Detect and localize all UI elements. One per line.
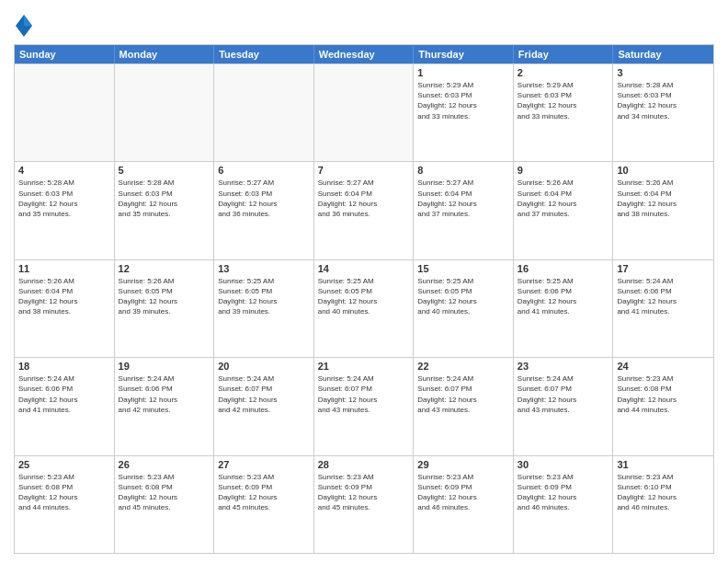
day-cell-22: 22Sunrise: 5:24 AM Sunset: 6:07 PM Dayli… [414,358,514,454]
day-info: Sunrise: 5:24 AM Sunset: 6:06 PM Dayligh… [617,276,710,317]
empty-cell [214,64,314,161]
day-info: Sunrise: 5:26 AM Sunset: 6:04 PM Dayligh… [518,178,609,219]
calendar: SundayMondayTuesdayWednesdayThursdayFrid… [14,44,714,554]
page: SundayMondayTuesdayWednesdayThursdayFrid… [0,0,728,563]
calendar-body: 1Sunrise: 5:29 AM Sunset: 6:03 PM Daylig… [15,63,713,553]
day-cell-2: 2Sunrise: 5:29 AM Sunset: 6:03 PM Daylig… [514,64,614,161]
day-cell-11: 11Sunrise: 5:26 AM Sunset: 6:04 PM Dayli… [15,260,115,357]
day-info: Sunrise: 5:23 AM Sunset: 6:08 PM Dayligh… [119,472,210,513]
day-cell-26: 26Sunrise: 5:23 AM Sunset: 6:08 PM Dayli… [115,456,215,553]
calendar-row-0: 1Sunrise: 5:29 AM Sunset: 6:03 PM Daylig… [15,63,713,161]
day-info: Sunrise: 5:23 AM Sunset: 6:08 PM Dayligh… [18,472,110,513]
day-info: Sunrise: 5:25 AM Sunset: 6:05 PM Dayligh… [417,276,509,317]
header-day-tuesday: Tuesday [214,45,314,63]
day-info: Sunrise: 5:27 AM Sunset: 6:04 PM Dayligh… [318,178,410,219]
logo [14,13,38,39]
day-cell-6: 6Sunrise: 5:27 AM Sunset: 6:03 PM Daylig… [214,162,314,259]
day-cell-13: 13Sunrise: 5:25 AM Sunset: 6:05 PM Dayli… [214,260,314,357]
day-number: 27 [218,459,310,470]
day-number: 13 [218,263,310,274]
day-info: Sunrise: 5:26 AM Sunset: 6:04 PM Dayligh… [18,276,110,317]
day-cell-20: 20Sunrise: 5:24 AM Sunset: 6:07 PM Dayli… [214,358,314,454]
day-number: 28 [318,459,410,470]
day-number: 21 [318,361,410,372]
calendar-row-3: 18Sunrise: 5:24 AM Sunset: 6:06 PM Dayli… [15,357,713,454]
day-number: 1 [417,67,509,78]
day-info: Sunrise: 5:24 AM Sunset: 6:06 PM Dayligh… [18,373,110,415]
day-number: 31 [617,459,710,470]
header-day-wednesday: Wednesday [314,45,415,63]
day-number: 26 [119,459,210,470]
day-number: 6 [218,165,310,176]
day-info: Sunrise: 5:28 AM Sunset: 6:03 PM Dayligh… [119,178,210,219]
day-info: Sunrise: 5:23 AM Sunset: 6:09 PM Dayligh… [318,472,410,513]
day-info: Sunrise: 5:23 AM Sunset: 6:09 PM Dayligh… [218,472,310,513]
day-info: Sunrise: 5:27 AM Sunset: 6:03 PM Dayligh… [218,178,310,219]
day-cell-23: 23Sunrise: 5:24 AM Sunset: 6:07 PM Dayli… [514,358,614,454]
day-info: Sunrise: 5:26 AM Sunset: 6:04 PM Dayligh… [617,178,710,219]
day-number: 10 [617,165,710,176]
day-cell-12: 12Sunrise: 5:26 AM Sunset: 6:05 PM Dayli… [115,260,215,357]
day-number: 9 [518,165,609,176]
day-info: Sunrise: 5:28 AM Sunset: 6:03 PM Dayligh… [18,178,110,219]
day-cell-30: 30Sunrise: 5:23 AM Sunset: 6:09 PM Dayli… [514,456,614,553]
day-number: 19 [119,361,210,372]
header-day-thursday: Thursday [414,45,514,63]
day-cell-1: 1Sunrise: 5:29 AM Sunset: 6:03 PM Daylig… [414,64,514,161]
day-number: 17 [617,263,710,274]
day-number: 18 [18,361,110,372]
day-cell-3: 3Sunrise: 5:28 AM Sunset: 6:03 PM Daylig… [613,64,713,161]
day-info: Sunrise: 5:24 AM Sunset: 6:07 PM Dayligh… [318,373,410,415]
day-number: 4 [18,165,110,176]
day-number: 30 [518,459,609,470]
day-info: Sunrise: 5:25 AM Sunset: 6:05 PM Dayligh… [218,276,310,317]
day-info: Sunrise: 5:24 AM Sunset: 6:06 PM Dayligh… [119,373,210,415]
day-info: Sunrise: 5:29 AM Sunset: 6:03 PM Dayligh… [417,80,509,121]
day-number: 24 [617,361,710,372]
logo-icon [14,13,34,39]
day-cell-18: 18Sunrise: 5:24 AM Sunset: 6:06 PM Dayli… [15,358,115,454]
day-number: 20 [218,361,310,372]
day-cell-7: 7Sunrise: 5:27 AM Sunset: 6:04 PM Daylig… [314,162,415,259]
day-number: 23 [518,361,609,372]
header-day-monday: Monday [115,45,215,63]
empty-cell [15,64,115,161]
header-day-saturday: Saturday [613,45,713,63]
day-cell-16: 16Sunrise: 5:25 AM Sunset: 6:06 PM Dayli… [514,260,614,357]
day-number: 12 [119,263,210,274]
day-number: 14 [318,263,410,274]
day-number: 16 [518,263,609,274]
day-cell-24: 24Sunrise: 5:23 AM Sunset: 6:08 PM Dayli… [613,358,713,454]
day-info: Sunrise: 5:29 AM Sunset: 6:03 PM Dayligh… [518,80,609,121]
day-info: Sunrise: 5:23 AM Sunset: 6:08 PM Dayligh… [617,373,710,415]
day-info: Sunrise: 5:27 AM Sunset: 6:04 PM Dayligh… [417,178,509,219]
calendar-row-2: 11Sunrise: 5:26 AM Sunset: 6:04 PM Dayli… [15,259,713,357]
day-info: Sunrise: 5:24 AM Sunset: 6:07 PM Dayligh… [218,373,310,415]
day-number: 7 [318,165,410,176]
day-info: Sunrise: 5:25 AM Sunset: 6:05 PM Dayligh… [318,276,410,317]
day-cell-28: 28Sunrise: 5:23 AM Sunset: 6:09 PM Dayli… [314,456,415,553]
day-cell-14: 14Sunrise: 5:25 AM Sunset: 6:05 PM Dayli… [314,260,415,357]
empty-cell [314,64,415,161]
day-info: Sunrise: 5:24 AM Sunset: 6:07 PM Dayligh… [518,373,609,415]
day-info: Sunrise: 5:26 AM Sunset: 6:05 PM Dayligh… [119,276,210,317]
calendar-row-4: 25Sunrise: 5:23 AM Sunset: 6:08 PM Dayli… [15,455,713,553]
day-cell-9: 9Sunrise: 5:26 AM Sunset: 6:04 PM Daylig… [514,162,614,259]
day-number: 3 [617,67,710,78]
header-day-friday: Friday [514,45,614,63]
day-cell-19: 19Sunrise: 5:24 AM Sunset: 6:06 PM Dayli… [115,358,215,454]
calendar-header: SundayMondayTuesdayWednesdayThursdayFrid… [15,45,713,63]
day-cell-10: 10Sunrise: 5:26 AM Sunset: 6:04 PM Dayli… [613,162,713,259]
day-info: Sunrise: 5:25 AM Sunset: 6:06 PM Dayligh… [518,276,609,317]
empty-cell [115,64,215,161]
day-number: 8 [417,165,509,176]
header [14,9,714,39]
calendar-row-1: 4Sunrise: 5:28 AM Sunset: 6:03 PM Daylig… [15,161,713,259]
day-info: Sunrise: 5:28 AM Sunset: 6:03 PM Dayligh… [617,80,710,121]
day-number: 22 [417,361,509,372]
day-cell-25: 25Sunrise: 5:23 AM Sunset: 6:08 PM Dayli… [15,456,115,553]
day-cell-27: 27Sunrise: 5:23 AM Sunset: 6:09 PM Dayli… [214,456,314,553]
day-number: 25 [18,459,110,470]
day-number: 29 [417,459,509,470]
day-info: Sunrise: 5:23 AM Sunset: 6:09 PM Dayligh… [417,472,509,513]
